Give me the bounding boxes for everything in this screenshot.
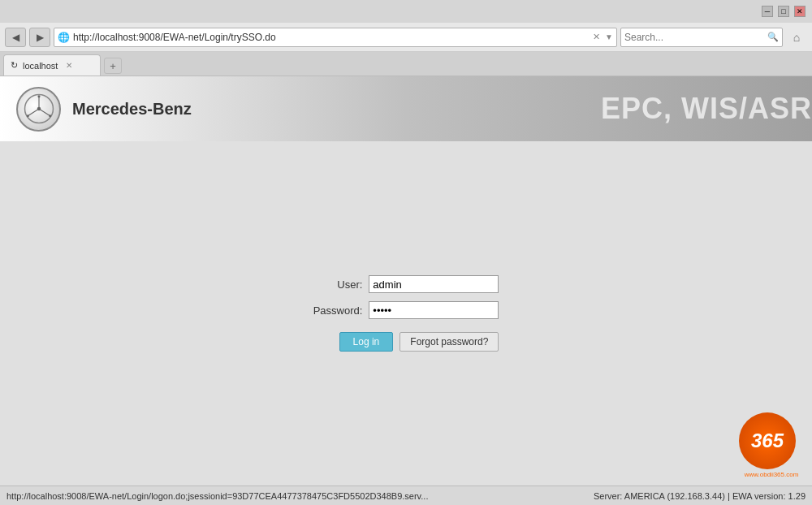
mb-logo-svg bbox=[24, 93, 54, 124]
forgot-password-button[interactable]: Forgot password? bbox=[400, 332, 499, 352]
login-area: User: Password: Log in Forgot password? … bbox=[0, 141, 812, 486]
search-button[interactable]: 🔍 bbox=[767, 32, 779, 42]
address-bar[interactable]: 🌐 ✕ ▼ bbox=[54, 28, 617, 47]
watermark-circle: 365 bbox=[739, 412, 796, 469]
svg-line-3 bbox=[39, 109, 50, 116]
user-label: User: bbox=[313, 278, 362, 291]
address-clear-button[interactable]: ✕ bbox=[591, 32, 602, 42]
home-button[interactable]: ⌂ bbox=[786, 28, 807, 47]
new-tab-button[interactable]: + bbox=[104, 58, 122, 74]
login-form: User: Password: Log in Forgot password? bbox=[313, 275, 499, 352]
password-input[interactable] bbox=[369, 301, 499, 319]
address-dropdown-icon[interactable]: ▼ bbox=[605, 32, 613, 41]
svg-point-6 bbox=[26, 114, 28, 117]
user-row: User: bbox=[313, 275, 499, 293]
svg-point-7 bbox=[49, 114, 51, 117]
svg-point-5 bbox=[37, 95, 40, 97]
mb-title-text: EPC, WIS/ASR bbox=[601, 92, 812, 126]
close-button[interactable]: ✕ bbox=[794, 6, 806, 17]
security-icon: 🌐 bbox=[58, 32, 70, 43]
status-server: Server: AMERICA (192.168.3.44) | EWA ver… bbox=[594, 491, 806, 501]
forward-button[interactable]: ▶ bbox=[29, 28, 50, 47]
search-input[interactable] bbox=[624, 32, 767, 43]
tab-refresh-icon: ↻ bbox=[11, 60, 18, 71]
svg-line-2 bbox=[28, 109, 39, 116]
status-bar: http://localhost:9008/EWA-net/Login/logo… bbox=[0, 486, 812, 505]
back-button[interactable]: ◀ bbox=[5, 28, 26, 47]
status-url: http://localhost:9008/EWA-net/Login/logo… bbox=[6, 491, 429, 501]
mb-brand-label: Mercedes-Benz bbox=[72, 100, 192, 119]
tab-bar: ↻ localhost ✕ + bbox=[0, 52, 812, 76]
restore-button[interactable]: □ bbox=[778, 6, 789, 17]
mb-logo bbox=[16, 87, 61, 132]
tab-close-button[interactable]: ✕ bbox=[66, 61, 72, 70]
mb-header: Mercedes-Benz EPC, WIS/ASR bbox=[0, 76, 812, 141]
mb-title: EPC, WIS/ASR bbox=[601, 76, 812, 141]
password-row: Password: bbox=[313, 301, 499, 319]
watermark: 365 www.obdii365.com bbox=[739, 412, 804, 477]
nav-bar: ◀ ▶ 🌐 ✕ ▼ 🔍 ⌂ bbox=[0, 23, 812, 52]
watermark-site: www.obdii365.com bbox=[739, 471, 804, 478]
form-buttons: Log in Forgot password? bbox=[339, 332, 499, 352]
login-button[interactable]: Log in bbox=[339, 332, 394, 352]
svg-point-4 bbox=[37, 107, 41, 111]
address-input[interactable] bbox=[73, 32, 588, 43]
user-input[interactable] bbox=[369, 275, 499, 293]
active-tab[interactable]: ↻ localhost ✕ bbox=[3, 54, 101, 76]
title-bar: ─ □ ✕ bbox=[0, 0, 812, 23]
tab-label: localhost bbox=[23, 61, 58, 71]
watermark-number: 365 bbox=[751, 429, 784, 452]
page-content: Mercedes-Benz EPC, WIS/ASR User: Passwor… bbox=[0, 76, 812, 486]
password-label: Password: bbox=[313, 304, 363, 317]
search-bar[interactable]: 🔍 bbox=[620, 28, 783, 47]
minimize-button[interactable]: ─ bbox=[762, 6, 773, 17]
